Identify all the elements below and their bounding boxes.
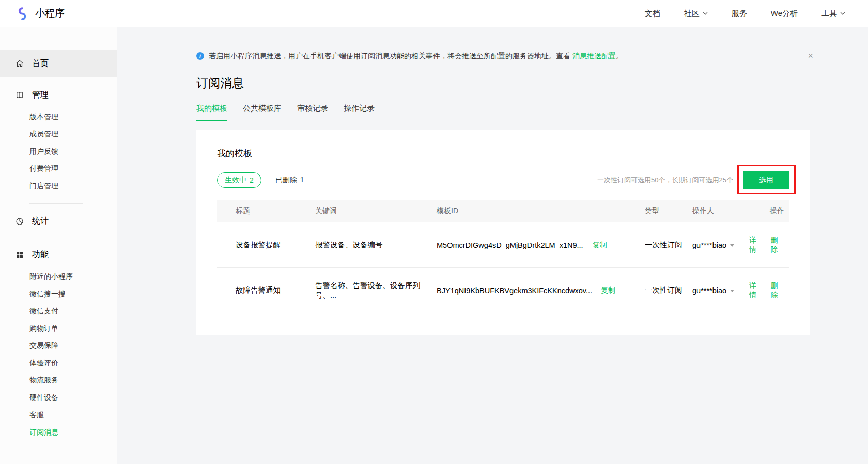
sidebar-section-features[interactable]: 功能	[0, 245, 117, 265]
table-header-title: 标题	[217, 206, 315, 216]
operator-dropdown[interactable]: gu****biao	[692, 241, 734, 249]
sidebar-group-features: 附近的小程序 微信搜一搜 微信支付 购物订单 交易保障 体验评价 物流服务 硬件…	[0, 268, 117, 441]
home-icon	[15, 59, 24, 68]
table-header-actions: 操作	[749, 206, 789, 216]
sidebar-item-customer-service[interactable]: 客服	[0, 407, 117, 424]
table-header-keywords: 关键词	[315, 206, 437, 216]
filter-deleted[interactable]: 已删除 1	[275, 175, 304, 185]
sidebar-section-management[interactable]: 管理	[0, 85, 117, 105]
tab-public-library[interactable]: 公共模板库	[243, 104, 282, 121]
nav-item-community[interactable]: 社区	[684, 9, 708, 19]
tab-my-templates[interactable]: 我的模板	[196, 104, 227, 121]
tab-bar: 我的模板 公共模板库 审核记录 操作记录	[196, 104, 810, 121]
sidebar-item-label: 版本管理	[29, 113, 58, 122]
quota-hint: 一次性订阅可选用50个，长期订阅可选用25个	[597, 175, 733, 185]
detail-link[interactable]: 详情	[749, 236, 763, 254]
table-header-operator: 操作人	[692, 206, 749, 216]
nav-item-label: 工具	[822, 9, 837, 19]
cell-actions: 详情 删除	[749, 281, 789, 300]
nav-item-weanalysis[interactable]: We分析	[771, 9, 798, 19]
sidebar-section-label: 管理	[32, 90, 49, 101]
sidebar-item-logistics[interactable]: 物流服务	[0, 372, 117, 390]
book-icon	[15, 90, 24, 100]
sidebar-group-management: 版本管理 成员管理 用户反馈 付费管理 门店管理	[0, 108, 117, 195]
sidebar-item-subscribe-message[interactable]: 订阅消息	[0, 424, 117, 441]
filter-row: 生效中 2 已删除 1 一次性订阅可选用50个，长期订阅可选用25个 选用	[217, 171, 789, 189]
nav-item-label: 文档	[645, 9, 660, 19]
sidebar-item-payment[interactable]: 付费管理	[0, 161, 117, 178]
sidebar-item-orders[interactable]: 购物订单	[0, 320, 117, 338]
card-title: 我的模板	[217, 148, 789, 159]
notice-text-prefix: 若启用小程序消息推送，用户在手机客户端使用订阅消息功能的相关事件，将会推送至所配…	[209, 52, 572, 60]
select-button-wrap: 选用	[743, 171, 789, 189]
sidebar-item-feedback[interactable]: 用户反馈	[0, 143, 117, 161]
sidebar-item-stores[interactable]: 门店管理	[0, 178, 117, 195]
cell-keywords: 报警设备、设备编号	[315, 240, 437, 250]
filter-active-pill[interactable]: 生效中 2	[217, 172, 261, 188]
cell-actions: 详情 删除	[749, 236, 789, 254]
copy-link[interactable]: 复制	[593, 241, 607, 250]
notice-bar: i 若启用小程序消息推送，用户在手机客户端使用订阅消息功能的相关事件，将会推送至…	[196, 50, 810, 61]
brand-name: 小程序	[35, 7, 65, 20]
delete-link[interactable]: 删除	[771, 236, 785, 254]
copy-link[interactable]: 复制	[601, 286, 615, 295]
cell-title: 设备报警提醒	[217, 240, 315, 250]
sidebar-item-experience-rating[interactable]: 体验评价	[0, 355, 117, 372]
close-icon[interactable]: ×	[805, 50, 815, 61]
nav-item-services[interactable]: 服务	[732, 9, 747, 19]
filter-label: 已删除	[275, 175, 297, 185]
main-content: i 若启用小程序消息推送，用户在手机客户端使用订阅消息功能的相关事件，将会推送至…	[117, 27, 868, 464]
table-row: 故障告警通知 告警名称、告警设备、设备序列号、... BJY1qNI9KbBUF…	[217, 268, 789, 313]
brand[interactable]: 小程序	[14, 6, 65, 21]
table-row: 设备报警提醒 报警设备、设备编号 M5OmcrDIGwg4sD_gMjBgDrt…	[217, 222, 789, 268]
operator-name: gu****biao	[692, 286, 726, 295]
sidebar-item-hardware[interactable]: 硬件设备	[0, 389, 117, 407]
delete-link[interactable]: 删除	[771, 281, 785, 300]
tab-review-records[interactable]: 审核记录	[297, 104, 328, 121]
sidebar-item-trade-guarantee[interactable]: 交易保障	[0, 338, 117, 355]
cell-template-id: BJY1qNI9KbBUFKBVgekm3KIFcKKncdwxov... 复制	[437, 286, 645, 295]
operator-dropdown[interactable]: gu****biao	[692, 286, 734, 295]
sidebar-item-nearby[interactable]: 附近的小程序	[0, 268, 117, 286]
nav-item-docs[interactable]: 文档	[645, 9, 660, 19]
nav-item-label: We分析	[771, 9, 798, 19]
notice-text: 若启用小程序消息推送，用户在手机客户端使用订阅消息功能的相关事件，将会推送至所配…	[209, 51, 623, 61]
sidebar-item-label: 付费管理	[29, 164, 58, 173]
sidebar-item-wechat-pay[interactable]: 微信支付	[0, 303, 117, 321]
pie-chart-icon	[15, 217, 24, 226]
templates-table: 标题 关键词 模板ID 类型 操作人 操作 设备报警提醒 报警设备、设备编号 M…	[217, 200, 789, 313]
template-id-text: M5OmcrDIGwg4sD_gMjBgDrtk2LM_x1N9...	[437, 241, 583, 249]
sidebar-item-members[interactable]: 成员管理	[0, 126, 117, 143]
sidebar-divider	[29, 77, 83, 77]
sidebar-item-search[interactable]: 微信搜一搜	[0, 285, 117, 303]
caret-down-icon	[730, 244, 734, 247]
sidebar-item-version[interactable]: 版本管理	[0, 108, 117, 126]
sidebar-section-statistics[interactable]: 统计	[0, 211, 117, 232]
sidebar-item-home[interactable]: 首页	[0, 50, 117, 77]
info-icon: i	[196, 52, 204, 60]
nav-item-tools[interactable]: 工具	[822, 9, 845, 19]
templates-card: 我的模板 生效中 2 已删除 1 一次性订阅可选用50个，长期订阅可选用25个 …	[196, 130, 810, 335]
notice-config-link[interactable]: 消息推送配置	[572, 52, 616, 60]
cell-title: 故障告警通知	[217, 285, 315, 295]
sidebar-section-label: 功能	[32, 249, 49, 260]
select-button[interactable]: 选用	[743, 171, 789, 189]
sidebar-item-label: 客服	[29, 410, 44, 420]
cell-type: 一次性订阅	[645, 285, 692, 295]
detail-link[interactable]: 详情	[749, 281, 763, 300]
sidebar-item-label: 物流服务	[29, 376, 58, 385]
sidebar-item-label: 订阅消息	[29, 428, 58, 437]
cell-keywords: 告警名称、告警设备、设备序列号、...	[315, 281, 437, 300]
sidebar-item-label: 微信支付	[29, 307, 58, 316]
sidebar-item-label: 用户反馈	[29, 147, 58, 156]
notice-text-suffix: 。	[616, 52, 623, 60]
tab-operation-records[interactable]: 操作记录	[344, 104, 375, 121]
sidebar-item-label: 附近的小程序	[29, 272, 73, 281]
sidebar-section-label: 统计	[32, 216, 49, 227]
sidebar: 首页 管理 版本管理 成员管理 用户反馈 付费管理 门店管理 统计	[0, 27, 117, 464]
caret-down-icon	[730, 290, 734, 292]
filter-label: 生效中	[225, 175, 246, 185]
cell-template-id: M5OmcrDIGwg4sD_gMjBgDrtk2LM_x1N9... 复制	[437, 241, 645, 250]
sidebar-item-label: 首页	[32, 58, 49, 69]
miniprogram-logo-icon	[14, 6, 30, 21]
